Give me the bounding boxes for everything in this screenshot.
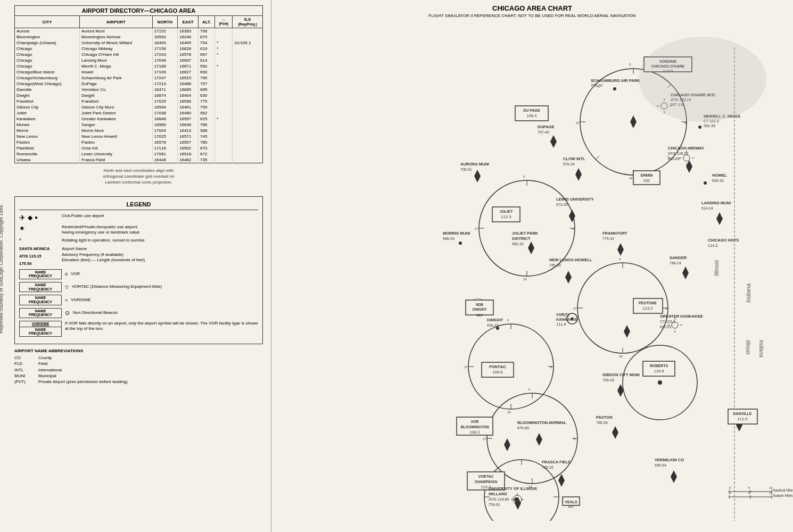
abbrev-row: COCounty <box>14 355 263 361</box>
table-cell: 16482 <box>178 157 199 163</box>
table-row: JolietJoliet Park District1703816490582 <box>15 110 263 116</box>
legend-combined-desc: If VOR falls directly on an airport, onl… <box>65 321 258 332</box>
table-cell: Lewis University <box>80 151 153 157</box>
table-cell: 16400 <box>152 40 177 46</box>
svg-marker-84 <box>504 438 510 451</box>
svg-text:ATIS 124.85: ATIS 124.85 <box>489 497 509 501</box>
table-cell: 582 <box>199 110 215 116</box>
svg-text:SCHAUMBURG AIR PARK: SCHAUMBURG AIR PARK <box>591 78 640 83</box>
table-row: MorrisMorris Muni1700416413588 <box>15 128 263 134</box>
table-cell: 17025 <box>152 98 177 104</box>
svg-text:DWIGHT: DWIGHT <box>473 307 486 311</box>
col-airport: AIRPORT <box>80 16 153 28</box>
svg-text:GIBSON CITY MUNI: GIBSON CITY MUNI <box>602 372 640 377</box>
legend-symbol-name: SANTA MONICA ATIS 119.15 175-50 <box>19 246 62 266</box>
right-panel: CHICAGO AREA CHART FLIGHT SIMULATOR II R… <box>271 0 793 532</box>
copyright-text: Reprinted courtesy of SubLogic Corporati… <box>0 204 4 334</box>
table-cell: Bloomington <box>15 34 80 40</box>
table-cell: Gibson City Muni <box>80 104 153 110</box>
table-cell: 667 <box>199 52 215 57</box>
table-cell <box>215 69 233 75</box>
table-cell: 16448 <box>152 157 177 163</box>
table-cell: 588 <box>199 128 215 134</box>
table-cell: 759 <box>199 104 215 110</box>
table-cell: * <box>215 52 233 57</box>
table-cell <box>215 151 233 157</box>
table-cell: 630 <box>199 93 215 98</box>
table-cell: Frasca Field <box>80 157 153 163</box>
legend-civil-desc: Civil-Public use airport <box>62 213 258 219</box>
table-row: UrbanaFrasca Field1644816482735 <box>15 157 263 163</box>
svg-text:27: 27 <box>464 365 468 369</box>
svg-text:0: 0 <box>523 175 525 178</box>
table-row: ChicagoLansing Muni1704916697614 <box>15 57 263 63</box>
table-cell: 16515 <box>178 75 199 81</box>
svg-text:BLOOMINGTON: BLOOMINGTON <box>460 425 489 429</box>
svg-text:113.2: 113.2 <box>643 306 653 311</box>
combined-box2: NAMEFREQUENCY <box>19 327 62 337</box>
table-cell <box>215 134 233 139</box>
table-cell <box>233 93 263 98</box>
table-cell <box>215 104 233 110</box>
table-cell: Clow Intl <box>80 145 153 151</box>
svg-marker-75 <box>565 271 572 284</box>
table-cell: 672 <box>199 151 215 157</box>
table-cell: Joliet Park District <box>80 110 153 116</box>
legend-combined-row: VOR/DME NAMEFREQUENCY If VOR falls direc… <box>19 321 258 337</box>
table-cell: 16507 <box>178 139 199 145</box>
table-cell: 17213 <box>152 81 177 87</box>
legend-rotating: * Rotating light in operation, sunset to… <box>19 238 258 244</box>
table-cell: Bloomington-Normal <box>80 34 153 40</box>
table-cell <box>215 110 233 116</box>
svg-text:775-32: 775-32 <box>602 237 614 240</box>
table-cell: 16697 <box>178 57 199 63</box>
svg-text:SANGER: SANGER <box>670 255 687 260</box>
table-cell <box>215 57 233 63</box>
svg-text:111.6: 111.6 <box>556 322 566 327</box>
svg-text:582-30: 582-30 <box>512 242 524 246</box>
svg-text:DANVILLE: DANVILLE <box>733 412 752 415</box>
legend-vordme-row: NAMEFREQUENCY = VOR/DME <box>19 295 258 305</box>
svg-marker-70 <box>617 243 624 256</box>
svg-text:Statute Miles: Statute Miles <box>773 494 793 497</box>
table-cell <box>233 110 263 116</box>
legend-vor-symbol: NAMEFREQUENCY <box>19 269 62 279</box>
table-cell: 16471 <box>152 87 177 93</box>
table-cell: 31/109.1 <box>233 40 263 46</box>
vor-box: NAMEFREQUENCY <box>19 269 62 279</box>
table-cell: Chicago-O'Hare Intl <box>80 52 153 57</box>
svg-text:9: 9 <box>572 227 574 230</box>
table-cell: Lansing Muni <box>80 57 153 63</box>
svg-text:18: 18 <box>619 355 623 358</box>
table-cell: 735 <box>199 157 215 163</box>
table-cell: 16646 <box>178 122 199 128</box>
table-cell <box>233 69 263 75</box>
vordme-sym: = <box>65 297 68 303</box>
table-cell: Urbana <box>15 157 80 163</box>
chart-svg: Illinois Indiana 0 9 18 27 <box>271 21 793 521</box>
civil-airport-icon: ✈ <box>19 213 26 222</box>
svg-text:FRASCA FIELD: FRASCA FIELD <box>542 460 571 464</box>
table-cell: 16486 <box>178 81 199 87</box>
legend-restricted: ★ Restricted/Private-Nonpublic use airpo… <box>19 225 258 236</box>
table-row: Chicago/Blue IslandHowel1710016627600 <box>15 69 263 75</box>
legend-vortac-row: NAMEFREQUENCY ▽ VORTAC (Distance Measuri… <box>19 282 258 292</box>
legend-ndb-desc: Non Directional Beacon <box>73 310 258 315</box>
table-cell: 619 <box>199 46 215 52</box>
svg-text:588-29: 588-29 <box>443 237 455 240</box>
svg-text:9: 9 <box>665 307 667 310</box>
table-cell <box>233 128 263 134</box>
svg-point-69 <box>459 242 462 245</box>
table-cell: 670 <box>199 145 215 151</box>
table-cell: 16597 <box>178 116 199 122</box>
svg-text:109.6: 109.6 <box>493 370 503 375</box>
svg-text:VOR: VOR <box>470 420 478 423</box>
table-cell: 16502 <box>178 145 199 151</box>
svg-point-87 <box>613 87 616 90</box>
table-cell: Chicago <box>15 63 80 69</box>
svg-text:754-81: 754-81 <box>489 503 500 506</box>
table-cell: Kankakee <box>15 116 80 122</box>
svg-text:LEWIS UNIVERSITY: LEWIS UNIVERSITY <box>556 197 594 202</box>
table-cell: 592 <box>199 63 215 69</box>
table-cell: 614 <box>199 57 215 63</box>
